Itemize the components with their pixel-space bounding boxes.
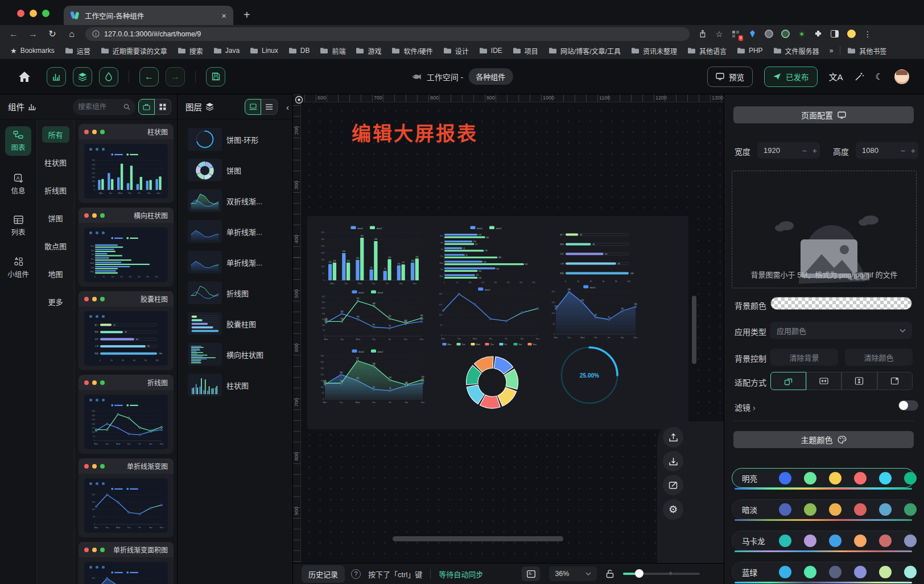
undo-button[interactable]: ←	[139, 67, 159, 86]
canvas-page-title[interactable]: 编辑大屏报表	[352, 118, 478, 146]
height-plus-button[interactable]: +	[908, 146, 918, 155]
theme-color-dot[interactable]	[779, 472, 791, 484]
bookmark-folder[interactable]: 设计	[440, 44, 472, 57]
theme-color-dot[interactable]	[904, 472, 917, 484]
canvas-chart-line[interactable]: data1data2050100150200250300350MonTueWed…	[316, 288, 426, 342]
single-view-toggle[interactable]	[138, 99, 155, 115]
theme-color-dot[interactable]	[879, 566, 892, 578]
forward-icon[interactable]: →	[27, 29, 39, 39]
url-bar[interactable]: 127.0.0.1:3000/#/chart/home/9	[85, 27, 690, 41]
theme-color-dot[interactable]	[879, 535, 892, 547]
profile-avatar[interactable]	[846, 29, 856, 39]
export-button[interactable]	[663, 427, 683, 448]
theme-color-dot[interactable]	[854, 503, 867, 516]
bookmark-folder[interactable]: 近期需要读的文章	[97, 44, 171, 57]
thumbnail-view-toggle[interactable]	[245, 99, 261, 115]
theme-row-马卡龙[interactable]: 马卡龙	[732, 531, 915, 550]
layer-item[interactable]: 柱状图	[178, 370, 292, 400]
category-更多[interactable]: 更多	[42, 293, 69, 310]
workspace-name-badge[interactable]: 各种组件	[468, 68, 513, 85]
app-type-select[interactable]: 应用颜色	[770, 322, 912, 339]
theme-row-蓝绿[interactable]: 蓝绿	[732, 562, 915, 582]
sidebar-item-3[interactable]: 列表	[5, 212, 31, 241]
layer-item[interactable]: 单折线渐...	[178, 247, 292, 277]
width-plus-button[interactable]: +	[810, 146, 820, 155]
preview-button[interactable]: 预览	[707, 67, 753, 87]
editor-canvas[interactable]: 编辑大屏报表 data1data2050100150200250300350Mo…	[293, 94, 724, 563]
grid-view-toggle[interactable]	[155, 99, 171, 115]
fit-scale-option[interactable]	[770, 372, 806, 390]
layer-item[interactable]: 饼图	[178, 155, 292, 185]
fit-height-option[interactable]	[842, 372, 877, 390]
canvas-chart-progress[interactable]: 25.00%	[556, 342, 622, 408]
width-minus-button[interactable]: −	[799, 146, 810, 155]
maximize-window-button[interactable]	[42, 10, 50, 17]
eye-icon[interactable]	[295, 96, 303, 104]
theme-color-dot[interactable]	[804, 535, 816, 547]
category-散点图[interactable]: 散点图	[42, 238, 69, 254]
redo-button[interactable]: →	[166, 67, 185, 86]
background-upload-area[interactable]: 背景图需小于 5M，格式为 png/jpg/gif 的文件	[732, 171, 917, 288]
layer-item[interactable]: 单折线渐...	[178, 216, 292, 247]
theme-color-dot[interactable]	[904, 535, 917, 547]
fit-width-option[interactable]	[806, 372, 842, 390]
extension-circle-icon[interactable]	[780, 29, 790, 39]
chart-mode-button[interactable]	[47, 67, 66, 86]
publish-button[interactable]: 已发布	[764, 67, 818, 87]
bg-color-swatch[interactable]	[770, 297, 912, 310]
category-所有[interactable]: 所有	[42, 126, 69, 143]
component-card[interactable]: 单折线渐变图050100150200MonTueWedThuFriSatSun	[79, 458, 174, 537]
browser-menu-icon[interactable]: ⋮	[863, 29, 873, 39]
category-折线图[interactable]: 折线图	[42, 182, 69, 198]
save-button[interactable]	[206, 67, 225, 86]
help-icon[interactable]: ?	[351, 569, 361, 579]
theme-color-dot[interactable]	[829, 472, 842, 484]
width-value[interactable]: 1920	[757, 146, 799, 155]
theme-color-dot[interactable]	[904, 566, 917, 578]
home-icon[interactable]: ⌂	[66, 29, 77, 39]
vertical-scrollbar[interactable]	[692, 296, 696, 364]
layers-mode-button[interactable]	[73, 67, 92, 86]
theme-color-dot[interactable]	[804, 472, 816, 484]
new-tab-button[interactable]: +	[244, 7, 250, 23]
bookmark-folder[interactable]: 搜索	[174, 44, 207, 57]
share-icon[interactable]	[698, 29, 708, 39]
filter-toggle[interactable]	[898, 400, 918, 411]
fit-stretch-option[interactable]	[877, 372, 913, 390]
theme-color-header[interactable]: 主题颜色	[733, 431, 914, 448]
bookmark-folder[interactable]: 游戏	[352, 44, 385, 57]
canvas-chart-line-gradient[interactable]: data1050100150200MonTueWedThuFriSatSun	[434, 285, 542, 342]
theme-color-dot[interactable]	[879, 503, 892, 516]
bookmark-folder[interactable]: 网站/博客/文章/工具	[545, 44, 624, 57]
bookmark-star-icon[interactable]: ☆	[714, 29, 724, 39]
canvas-chart-board[interactable]: data1data2050100150200250300350MonTueWed…	[307, 216, 688, 429]
sidebar-item-1[interactable]: 图表	[5, 126, 31, 156]
component-card[interactable]: 胶囊柱图厦门20南阳40北京60上海80新疆100020406080100	[79, 291, 174, 370]
bookmark-folder[interactable]: 其他语言	[684, 44, 730, 57]
theme-color-dot[interactable]	[854, 535, 867, 547]
theme-color-dot[interactable]	[779, 503, 791, 516]
minimize-window-button[interactable]	[30, 10, 37, 17]
zoom-select[interactable]: 36%	[549, 566, 597, 581]
language-icon[interactable]: 文A	[829, 71, 843, 82]
extension-gem-icon[interactable]	[747, 29, 757, 39]
component-card[interactable]: 折线图050100150200250300350MonTueWedThuFriS…	[79, 375, 174, 454]
sidebar-item-4[interactable]: 小组件	[5, 253, 31, 283]
filter-mode-button[interactable]	[99, 67, 118, 86]
bookmark-folder[interactable]: PHP	[733, 45, 766, 56]
bookmark-folder[interactable]: IDE	[476, 45, 506, 56]
theme-color-dot[interactable]	[829, 566, 842, 578]
close-window-button[interactable]	[17, 10, 24, 17]
dark-mode-icon[interactable]: ☾	[876, 72, 883, 82]
theme-color-dot[interactable]	[779, 566, 791, 578]
extension-globe-icon[interactable]	[764, 29, 774, 39]
theme-color-dot[interactable]	[879, 472, 892, 484]
theme-color-dot[interactable]	[779, 535, 791, 547]
theme-color-dot[interactable]	[829, 535, 842, 547]
zoom-slider[interactable]	[623, 573, 700, 575]
bookmark-folder[interactable]: Linux	[246, 45, 282, 56]
bookmark-folder[interactable]: 文件服务器	[770, 44, 823, 57]
bookmark-folder[interactable]: 运营	[61, 44, 94, 57]
height-value[interactable]: 1080	[856, 146, 898, 155]
collapse-panel-icon[interactable]: ‹	[286, 102, 289, 112]
